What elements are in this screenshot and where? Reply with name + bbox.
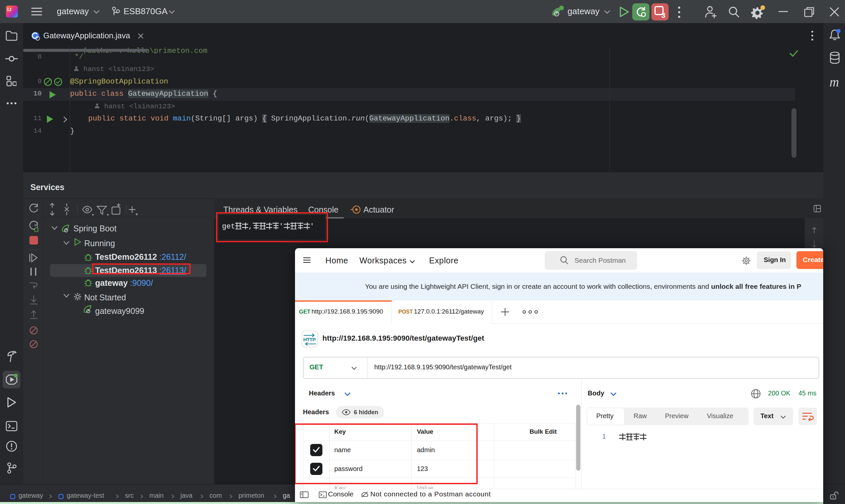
svg-text:3: 3 xyxy=(661,11,665,18)
